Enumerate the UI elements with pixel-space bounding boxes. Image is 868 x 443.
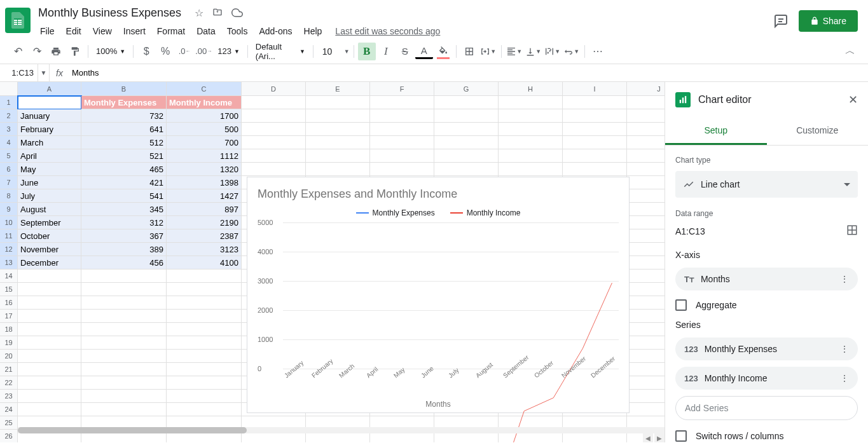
comments-icon[interactable]: [773, 13, 789, 29]
cell[interactable]: [306, 136, 370, 149]
menu-view[interactable]: View: [88, 24, 116, 39]
cell[interactable]: [167, 269, 242, 283]
cell[interactable]: [81, 390, 167, 403]
row-head-25[interactable]: 25: [0, 416, 18, 430]
strikethrough-button[interactable]: S: [396, 43, 414, 60]
cell[interactable]: [167, 336, 242, 350]
cell[interactable]: October: [18, 229, 81, 243]
cell[interactable]: [242, 136, 306, 149]
name-box[interactable]: 1:C13: [0, 64, 38, 81]
star-icon[interactable]: ☆: [195, 7, 203, 21]
valign-button[interactable]: ▼: [525, 43, 542, 60]
italic-button[interactable]: I: [377, 43, 395, 60]
row-head-16[interactable]: 16: [0, 296, 18, 310]
cell[interactable]: [18, 336, 81, 350]
row-head-3[interactable]: 3: [0, 123, 18, 136]
cell[interactable]: [18, 403, 81, 416]
cell[interactable]: [242, 96, 306, 109]
cell[interactable]: [242, 109, 306, 123]
cell[interactable]: April: [18, 149, 81, 163]
row-head-26[interactable]: 26: [0, 430, 18, 442]
menu-edit[interactable]: Edit: [62, 24, 86, 39]
cell[interactable]: 700: [167, 136, 242, 149]
cell[interactable]: [81, 269, 167, 283]
series-chip[interactable]: 123Monthly Expenses⋮: [675, 337, 858, 360]
cell[interactable]: [563, 149, 627, 163]
cell[interactable]: [499, 149, 563, 163]
paint-format-button[interactable]: [66, 43, 84, 60]
col-head-J[interactable]: J: [627, 82, 665, 96]
cell[interactable]: [563, 123, 627, 136]
cell[interactable]: [627, 283, 665, 296]
currency-button[interactable]: $: [137, 43, 155, 60]
cell[interactable]: [18, 390, 81, 403]
row-head-10[interactable]: 10: [0, 216, 18, 229]
cell[interactable]: [627, 323, 665, 336]
cell[interactable]: [627, 203, 665, 216]
row-head-18[interactable]: 18: [0, 323, 18, 336]
wrap-button[interactable]: ▼: [544, 43, 561, 60]
menu-help[interactable]: Help: [300, 24, 327, 39]
cell[interactable]: [81, 363, 167, 376]
cell[interactable]: [81, 323, 167, 336]
cell[interactable]: [18, 296, 81, 310]
cell[interactable]: [627, 310, 665, 323]
cell[interactable]: [167, 390, 242, 403]
cell[interactable]: 1398: [167, 176, 242, 189]
row-head-24[interactable]: 24: [0, 403, 18, 416]
cell[interactable]: [167, 296, 242, 310]
increase-decimal-button[interactable]: .00→: [195, 43, 212, 60]
cell[interactable]: [499, 109, 563, 123]
cell[interactable]: [434, 136, 499, 149]
cell[interactable]: [627, 149, 665, 163]
cell[interactable]: May: [18, 163, 81, 176]
cell[interactable]: 389: [81, 243, 167, 256]
cell[interactable]: 421: [81, 176, 167, 189]
cell[interactable]: 541: [81, 189, 167, 203]
cell[interactable]: [370, 109, 434, 123]
cell[interactable]: [563, 96, 627, 109]
menu-insert[interactable]: Insert: [119, 24, 150, 39]
cell[interactable]: [370, 136, 434, 149]
cell[interactable]: [627, 123, 665, 136]
cell[interactable]: 512: [81, 136, 167, 149]
cell[interactable]: [627, 390, 665, 403]
cell[interactable]: [627, 163, 665, 176]
col-head-A[interactable]: A: [18, 82, 81, 96]
col-head-F[interactable]: F: [370, 82, 434, 96]
font-size-input[interactable]: 10: [317, 46, 343, 57]
cell[interactable]: [370, 149, 434, 163]
menu-format[interactable]: Format: [153, 24, 189, 39]
halign-button[interactable]: ▼: [506, 43, 523, 60]
row-head-1[interactable]: 1: [0, 96, 18, 109]
row-head-19[interactable]: 19: [0, 336, 18, 350]
cell[interactable]: 1320: [167, 163, 242, 176]
cell[interactable]: [627, 403, 665, 416]
cell[interactable]: Monthly Expenses: [81, 96, 167, 109]
cell[interactable]: [18, 363, 81, 376]
print-button[interactable]: [47, 43, 65, 60]
cell[interactable]: 4100: [167, 256, 242, 269]
cell[interactable]: [563, 163, 627, 176]
col-head-E[interactable]: E: [306, 82, 370, 96]
share-button[interactable]: Share: [799, 10, 858, 32]
series-chip[interactable]: 123Monthly Income⋮: [675, 367, 858, 390]
xaxis-chip[interactable]: Tᴛ Months ⋮: [675, 268, 858, 290]
cell[interactable]: [18, 269, 81, 283]
cell[interactable]: September: [18, 216, 81, 229]
cell[interactable]: [18, 350, 81, 363]
cell[interactable]: [627, 216, 665, 229]
cell[interactable]: [499, 163, 563, 176]
cell[interactable]: [434, 96, 499, 109]
cell[interactable]: [167, 363, 242, 376]
row-head-2[interactable]: 2: [0, 109, 18, 123]
menu-add-ons[interactable]: Add-ons: [254, 24, 296, 39]
cell[interactable]: [81, 283, 167, 296]
cell[interactable]: 1700: [167, 109, 242, 123]
cell[interactable]: March: [18, 136, 81, 149]
cell[interactable]: [242, 163, 306, 176]
row-head-22[interactable]: 22: [0, 376, 18, 390]
menu-file[interactable]: File: [36, 24, 59, 39]
cell[interactable]: [167, 403, 242, 416]
cell[interactable]: 345: [81, 203, 167, 216]
